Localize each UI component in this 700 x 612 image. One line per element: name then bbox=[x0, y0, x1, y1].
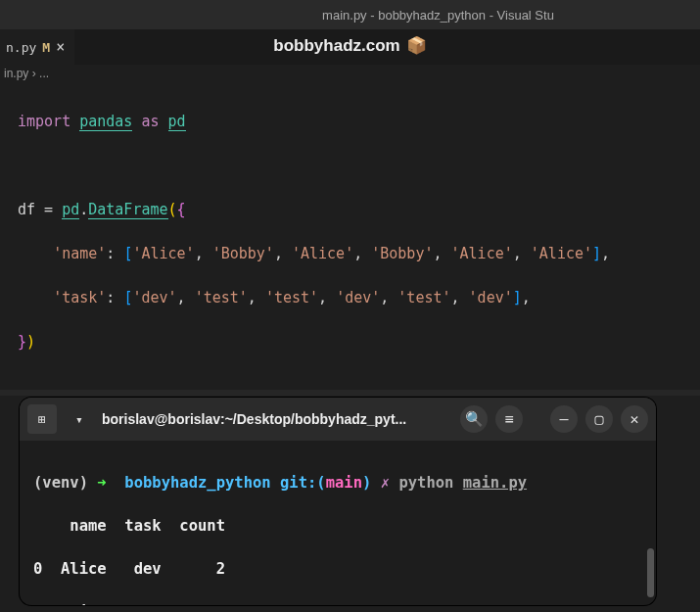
tab-modified-indicator: M bbox=[42, 40, 50, 55]
search-icon: 🔍 bbox=[465, 410, 484, 428]
code-line: import pandas as pd bbox=[18, 111, 682, 133]
breadcrumb[interactable]: in.py › ... bbox=[0, 65, 700, 86]
tab-bar: n.py M × bobbyhadz.com 📦 bbox=[0, 29, 700, 65]
menu-icon: ≡ bbox=[504, 410, 513, 428]
maximize-icon: ▢ bbox=[594, 410, 603, 428]
terminal-window: ⊞ ▾ borislav@borislav:~/Desktop/bobbyhad… bbox=[20, 398, 656, 605]
menu-button[interactable]: ≡ bbox=[495, 405, 523, 433]
close-icon: ✕ bbox=[630, 410, 638, 428]
tab-filename: n.py bbox=[6, 40, 36, 55]
new-tab-button[interactable]: ⊞ bbox=[27, 404, 57, 434]
code-line: 'name': ['Alice', 'Bobby', 'Alice', 'Bob… bbox=[18, 243, 682, 265]
code-line: }) bbox=[18, 331, 682, 353]
code-line bbox=[18, 155, 682, 177]
terminal-body[interactable]: (venv) ➜ bobbyhadz_python git:(main) ✗ p… bbox=[20, 441, 656, 605]
chevron-down-icon: ▾ bbox=[75, 412, 83, 427]
window-title-bar: main.py - bobbyhadz_python - Visual Stu bbox=[0, 0, 700, 29]
terminal-line: 0 Alice dev 2 bbox=[33, 558, 642, 580]
minimize-icon: — bbox=[559, 410, 568, 428]
terminal-header: ⊞ ▾ borislav@borislav:~/Desktop/bobbyhad… bbox=[20, 398, 656, 441]
scrollbar-thumb[interactable] bbox=[647, 548, 654, 597]
tab-dropdown[interactable]: ▾ bbox=[65, 404, 94, 434]
close-button[interactable]: ✕ bbox=[621, 405, 648, 433]
terminal-line: 1 Alice test 2 bbox=[33, 601, 642, 605]
new-tab-icon: ⊞ bbox=[38, 412, 46, 427]
close-icon[interactable]: × bbox=[56, 40, 65, 55]
watermark-text: bobbyhadz.com bbox=[273, 36, 399, 56]
box-icon: 📦 bbox=[406, 35, 427, 56]
editor-border bbox=[0, 390, 700, 396]
terminal-title: borislav@borislav:~/Desktop/bobbyhadz_py… bbox=[102, 411, 452, 427]
code-line: 'task': ['dev', 'test', 'test', 'dev', '… bbox=[18, 287, 682, 309]
code-line: df = pd.DataFrame({ bbox=[18, 199, 682, 221]
tab-main-py[interactable]: n.py M × bbox=[0, 29, 74, 65]
terminal-line: name task count bbox=[33, 515, 642, 537]
search-button[interactable]: 🔍 bbox=[460, 405, 488, 433]
terminal-line: (venv) ➜ bobbyhadz_python git:(main) ✗ p… bbox=[33, 472, 642, 494]
minimize-button[interactable]: — bbox=[550, 405, 578, 433]
maximize-button[interactable]: ▢ bbox=[585, 405, 613, 433]
window-title: main.py - bobbyhadz_python - Visual Stu bbox=[322, 8, 554, 23]
watermark: bobbyhadz.com 📦 bbox=[273, 35, 426, 56]
